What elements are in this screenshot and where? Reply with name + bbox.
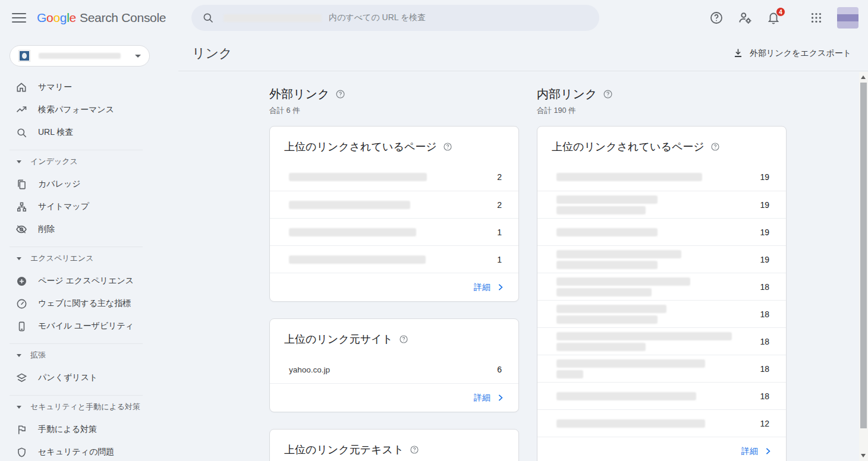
sidebar-section-security[interactable]: セキュリティと手動による対策	[0, 396, 178, 418]
redacted-url	[556, 359, 705, 368]
trending-up-icon	[15, 104, 27, 116]
help-icon[interactable]	[603, 89, 613, 99]
table-row[interactable]: 18	[537, 382, 786, 409]
scroll-down-arrow-icon[interactable]	[861, 454, 866, 457]
product-name: Search Console	[80, 11, 166, 25]
external-links-column: 外部リンク 合計 6 件 上位のリンクされているページ 2	[269, 72, 519, 461]
redacted-url	[556, 419, 705, 428]
redacted-url	[289, 201, 410, 209]
table-row[interactable]: 2	[270, 163, 518, 191]
sidebar-item-security-issues[interactable]: セキュリティの問題	[0, 441, 178, 461]
table-row[interactable]: 19	[537, 218, 786, 245]
property-favicon	[18, 50, 30, 62]
help-icon[interactable]	[399, 334, 408, 344]
redacted-url	[556, 277, 690, 286]
sidebar-item-coverage[interactable]: カバレッジ	[0, 173, 178, 195]
sidebar-section-enhancements[interactable]: 拡張	[0, 344, 178, 367]
link-count: 19	[760, 172, 769, 182]
plus-circle-icon	[16, 276, 27, 287]
sidebar-item-breadcrumbs[interactable]: パンくずリスト	[0, 367, 178, 389]
help-icon[interactable]	[443, 142, 452, 151]
external-links-title: 外部リンク	[269, 86, 329, 102]
triangle-collapse-icon	[17, 160, 21, 163]
external-top-linked-pages-card: 上位のリンクされているページ 2 2	[269, 126, 519, 302]
chevron-down-icon	[135, 55, 141, 58]
vertical-scrollbar[interactable]	[859, 72, 868, 461]
page-title: リンク	[192, 45, 232, 62]
table-row[interactable]: 18	[537, 273, 786, 300]
redacted-url	[556, 305, 666, 313]
table-row[interactable]: 19	[537, 245, 786, 273]
triangle-collapse-icon	[17, 354, 21, 357]
export-external-links-button[interactable]: 外部リンクをエクスポート	[732, 48, 851, 59]
download-icon	[732, 48, 744, 59]
sidebar-item-removals[interactable]: 削除	[0, 218, 178, 241]
avatar[interactable]	[837, 7, 858, 29]
external-top-linked-pages-details-link[interactable]: 詳細	[270, 273, 518, 301]
topbar: Google Search Console 内のすべての URL を検査 4	[0, 0, 868, 36]
sidebar-item-summary[interactable]: サマリー	[0, 76, 178, 99]
link-count: 18	[760, 310, 769, 319]
user-settings-button[interactable]	[737, 10, 753, 26]
redacted-property-name	[39, 53, 121, 59]
redacted-url	[556, 228, 658, 236]
sidebar-item-mobile-usability[interactable]: モバイル ユーザビリティ	[0, 315, 178, 337]
table-row[interactable]: 1	[270, 218, 518, 245]
link-count: 18	[760, 391, 769, 401]
help-icon	[709, 11, 724, 25]
property-selector[interactable]	[10, 45, 150, 67]
external-links-total: 合計 6 件	[269, 106, 519, 116]
chevron-right-icon	[495, 393, 505, 403]
link-count: 19	[760, 200, 769, 210]
link-count: 1	[497, 228, 502, 237]
link-count: 2	[497, 200, 502, 210]
sidebar-item-page-experience[interactable]: ページ エクスペリエンス	[0, 270, 178, 292]
notifications-button[interactable]: 4	[766, 10, 781, 26]
sidebar-section-experience[interactable]: エクスペリエンス	[0, 247, 178, 270]
internal-top-linked-pages-details-link[interactable]: 詳細	[537, 437, 786, 461]
link-count: 18	[760, 337, 769, 346]
internal-links-total: 合計 190 件	[537, 106, 787, 116]
table-row[interactable]: 19	[537, 191, 786, 218]
search-icon	[202, 12, 214, 24]
sidebar: サマリー 検索パフォーマンス URL 検査 インデックス カバレッジ サイトマッ…	[0, 36, 178, 461]
triangle-collapse-icon	[17, 257, 21, 260]
help-icon[interactable]	[335, 89, 345, 99]
sidebar-item-performance[interactable]: 検索パフォーマンス	[0, 99, 178, 121]
table-row[interactable]: 18	[537, 327, 786, 355]
external-top-linked-pages-rows: 2 2 1	[270, 163, 518, 273]
page-header: リンク 外部リンクをエクスポート	[178, 36, 868, 71]
main-content: リンク 外部リンクをエクスポート 外部リンク 合計 6 件 上位のリンクされてい…	[178, 36, 868, 461]
help-icon[interactable]	[710, 142, 720, 151]
app-logo[interactable]: Google Search Console	[37, 11, 166, 25]
help-button[interactable]	[709, 10, 724, 26]
apps-grid-icon	[810, 11, 823, 24]
table-row[interactable]: 12	[537, 409, 786, 437]
sidebar-section-index[interactable]: インデックス	[0, 150, 178, 173]
sidebar-item-url-inspection[interactable]: URL 検査	[0, 121, 178, 144]
table-row[interactable]: yahoo.co.jp 6	[270, 356, 518, 383]
table-row[interactable]: 19	[537, 163, 786, 191]
sidebar-item-sitemaps[interactable]: サイトマップ	[0, 195, 178, 218]
scroll-up-arrow-icon[interactable]	[861, 75, 866, 79]
google-apps-button[interactable]	[809, 10, 824, 26]
sidebar-item-manual-actions[interactable]: 手動による対策	[0, 418, 178, 441]
external-top-linking-sites-details-link[interactable]: 詳細	[270, 383, 518, 412]
security-shield-icon	[16, 447, 27, 458]
scrollbar-thumb[interactable]	[860, 83, 867, 428]
table-row[interactable]: 1	[270, 245, 518, 273]
card-title: 上位のリンクされているページ	[284, 140, 437, 154]
table-row[interactable]: 18	[537, 300, 786, 327]
notification-count-badge: 4	[776, 7, 785, 17]
help-icon[interactable]	[410, 445, 419, 454]
sidebar-item-core-web-vitals[interactable]: ウェブに関する主な指標	[0, 292, 178, 315]
table-row[interactable]: 18	[537, 355, 786, 382]
table-row[interactable]: 2	[270, 191, 518, 218]
user-gear-icon	[737, 10, 753, 26]
redacted-url	[556, 392, 696, 400]
external-top-linking-sites-rows: yahoo.co.jp 6	[270, 356, 518, 383]
external-top-linking-sites-card: 上位のリンク元サイト yahoo.co.jp 6 詳細	[269, 318, 519, 412]
chevron-right-icon	[763, 446, 773, 456]
hamburger-menu-icon[interactable]	[12, 10, 27, 26]
url-inspection-search-input[interactable]: 内のすべての URL を検査	[191, 5, 599, 31]
